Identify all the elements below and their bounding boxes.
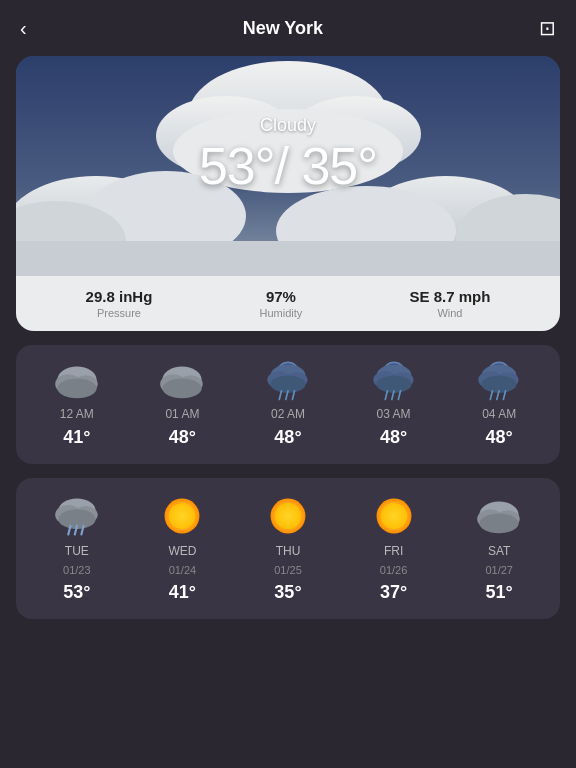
hourly-forecast-card: 12 AM 41° 01 AM 48° 02 AM 48° 03 AM 48° xyxy=(16,345,560,464)
weather-overlay: Cloudy 53°/ 35° xyxy=(16,115,560,196)
hourly-item: 04 AM 48° xyxy=(459,361,539,448)
svg-line-33 xyxy=(385,391,387,400)
hourly-temp-2: 48° xyxy=(274,427,301,448)
daily-item: SAT 01/27 51° xyxy=(459,494,539,603)
daily-date-4: 01/27 xyxy=(485,564,513,576)
svg-rect-11 xyxy=(16,241,560,276)
svg-point-54 xyxy=(275,503,301,529)
svg-line-41 xyxy=(490,391,492,400)
daily-item: FRI 01/26 37° xyxy=(354,494,434,603)
daily-forecast-card: TUE 01/23 53° WED 01/24 41° THU xyxy=(16,478,560,619)
humidity-label: Humidity xyxy=(260,307,303,319)
daily-day-1: WED xyxy=(168,544,196,558)
hourly-time-0: 12 AM xyxy=(60,407,94,421)
daily-temp-4: 51° xyxy=(486,582,513,603)
daily-date-3: 01/26 xyxy=(380,564,408,576)
daily-temp-2: 35° xyxy=(274,582,301,603)
hourly-temp-1: 48° xyxy=(169,427,196,448)
hourly-item: 03 AM 48° xyxy=(354,361,434,448)
hourly-temp-0: 41° xyxy=(63,427,90,448)
daily-item: TUE 01/23 53° xyxy=(37,494,117,603)
weather-stats-bar: 29.8 inHg Pressure 97% Humidity SE 8.7 m… xyxy=(16,276,560,331)
hourly-icon-3 xyxy=(370,361,418,401)
wind-value: SE 8.7 mph xyxy=(410,288,491,305)
svg-point-56 xyxy=(380,503,406,529)
svg-line-25 xyxy=(279,391,281,400)
share-button[interactable]: ⊡ xyxy=(535,12,560,44)
daily-temp-0: 53° xyxy=(63,582,90,603)
condition-text: Cloudy xyxy=(16,115,560,136)
daily-item: WED 01/24 41° xyxy=(142,494,222,603)
daily-date-2: 01/25 xyxy=(274,564,302,576)
daily-temp-3: 37° xyxy=(380,582,407,603)
daily-item: THU 01/25 35° xyxy=(248,494,328,603)
svg-point-52 xyxy=(169,503,195,529)
daily-icon-1 xyxy=(158,494,206,538)
svg-point-19 xyxy=(163,379,202,399)
daily-day-3: FRI xyxy=(384,544,403,558)
daily-icon-4 xyxy=(475,494,523,538)
daily-temp-1: 41° xyxy=(169,582,196,603)
hourly-time-3: 03 AM xyxy=(377,407,411,421)
hourly-time-2: 02 AM xyxy=(271,407,305,421)
hourly-icon-2 xyxy=(264,361,312,401)
daily-day-0: TUE xyxy=(65,544,89,558)
hourly-item: 12 AM 41° xyxy=(37,361,117,448)
cloud-background: Cloudy 53°/ 35° xyxy=(16,56,560,276)
hourly-icon-4 xyxy=(475,361,523,401)
hourly-icon-1 xyxy=(158,361,206,401)
daily-icon-3 xyxy=(370,494,418,538)
humidity-stat: 97% Humidity xyxy=(260,288,303,319)
pressure-stat: 29.8 inHg Pressure xyxy=(86,288,153,319)
hourly-item: 01 AM 48° xyxy=(142,361,222,448)
hourly-time-4: 04 AM xyxy=(482,407,516,421)
hourly-time-1: 01 AM xyxy=(165,407,199,421)
app-header: ‹ New York ⊡ xyxy=(0,0,576,56)
humidity-value: 97% xyxy=(260,288,303,305)
weather-main-card: Cloudy 53°/ 35° 29.8 inHg Pressure 97% H… xyxy=(16,56,560,331)
daily-icon-2 xyxy=(264,494,312,538)
back-button[interactable]: ‹ xyxy=(16,13,31,44)
daily-day-4: SAT xyxy=(488,544,510,558)
hourly-row: 12 AM 41° 01 AM 48° 02 AM 48° 03 AM 48° xyxy=(24,361,552,448)
wind-stat: SE 8.7 mph Wind xyxy=(410,288,491,319)
pressure-label: Pressure xyxy=(86,307,153,319)
temperature-display: 53°/ 35° xyxy=(16,136,560,196)
city-title: New York xyxy=(243,18,323,39)
daily-icon-0 xyxy=(53,494,101,538)
daily-day-2: THU xyxy=(276,544,301,558)
svg-point-15 xyxy=(57,379,96,399)
daily-date-0: 01/23 xyxy=(63,564,91,576)
svg-point-60 xyxy=(480,514,519,534)
daily-row: TUE 01/23 53° WED 01/24 41° THU xyxy=(24,494,552,603)
pressure-value: 29.8 inHg xyxy=(86,288,153,305)
hourly-temp-4: 48° xyxy=(486,427,513,448)
hourly-temp-3: 48° xyxy=(380,427,407,448)
hourly-item: 02 AM 48° xyxy=(248,361,328,448)
wind-label: Wind xyxy=(410,307,491,319)
hourly-icon-0 xyxy=(53,361,101,401)
daily-date-1: 01/24 xyxy=(169,564,197,576)
